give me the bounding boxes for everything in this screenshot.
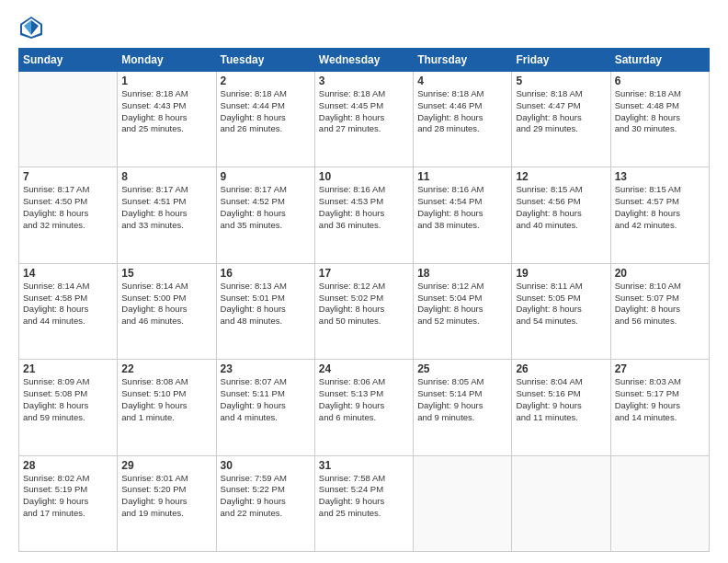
page-header xyxy=(18,15,710,40)
calendar-cell: 27Sunrise: 8:03 AM Sunset: 5:17 PM Dayli… xyxy=(610,360,709,455)
day-number: 21 xyxy=(23,362,113,375)
day-info: Sunrise: 8:14 AM Sunset: 4:58 PM Dayligh… xyxy=(23,281,113,327)
day-info: Sunrise: 8:17 AM Sunset: 4:50 PM Dayligh… xyxy=(23,184,113,231)
day-info: Sunrise: 8:17 AM Sunset: 4:52 PM Dayligh… xyxy=(221,184,311,231)
calendar-cell: 29Sunrise: 8:01 AM Sunset: 5:20 PM Dayli… xyxy=(118,455,216,551)
calendar-cell: 17Sunrise: 8:12 AM Sunset: 5:02 PM Dayli… xyxy=(314,263,413,359)
week-row-4: 21Sunrise: 8:09 AM Sunset: 5:08 PM Dayli… xyxy=(19,360,710,455)
day-number: 17 xyxy=(319,267,409,280)
calendar-cell: 22Sunrise: 8:08 AM Sunset: 5:10 PM Dayli… xyxy=(118,360,216,455)
calendar-cell: 1Sunrise: 8:18 AM Sunset: 4:43 PM Daylig… xyxy=(118,72,216,167)
day-number: 3 xyxy=(319,75,409,87)
calendar-cell: 12Sunrise: 8:15 AM Sunset: 4:56 PM Dayli… xyxy=(512,167,610,263)
week-row-3: 14Sunrise: 8:14 AM Sunset: 4:58 PM Dayli… xyxy=(19,263,710,359)
calendar-cell: 19Sunrise: 8:11 AM Sunset: 5:05 PM Dayli… xyxy=(512,263,610,359)
calendar-cell: 15Sunrise: 8:14 AM Sunset: 5:00 PM Dayli… xyxy=(118,263,216,359)
day-number: 8 xyxy=(121,170,211,183)
calendar-header: SundayMondayTuesdayWednesdayThursdayFrid… xyxy=(19,49,710,72)
calendar-cell: 9Sunrise: 8:17 AM Sunset: 4:52 PM Daylig… xyxy=(216,167,314,263)
day-info: Sunrise: 8:10 AM Sunset: 5:07 PM Dayligh… xyxy=(615,281,705,327)
day-number: 18 xyxy=(417,267,507,280)
day-info: Sunrise: 8:15 AM Sunset: 4:57 PM Dayligh… xyxy=(615,184,705,231)
day-info: Sunrise: 7:59 AM Sunset: 5:22 PM Dayligh… xyxy=(221,473,311,520)
calendar-cell xyxy=(512,455,610,551)
day-info: Sunrise: 8:12 AM Sunset: 5:04 PM Dayligh… xyxy=(417,281,507,327)
day-number: 25 xyxy=(417,362,507,375)
calendar-cell: 6Sunrise: 8:18 AM Sunset: 4:48 PM Daylig… xyxy=(610,72,709,167)
calendar-cell: 3Sunrise: 8:18 AM Sunset: 4:45 PM Daylig… xyxy=(314,72,413,167)
day-info: Sunrise: 8:02 AM Sunset: 5:19 PM Dayligh… xyxy=(23,473,113,520)
header-cell-monday: Monday xyxy=(118,49,216,72)
calendar-cell: 16Sunrise: 8:13 AM Sunset: 5:01 PM Dayli… xyxy=(216,263,314,359)
day-info: Sunrise: 8:09 AM Sunset: 5:08 PM Dayligh… xyxy=(23,376,113,423)
day-number: 6 xyxy=(615,75,705,87)
day-info: Sunrise: 7:58 AM Sunset: 5:24 PM Dayligh… xyxy=(319,473,409,520)
calendar-cell: 26Sunrise: 8:04 AM Sunset: 5:16 PM Dayli… xyxy=(512,360,610,455)
day-info: Sunrise: 8:07 AM Sunset: 5:11 PM Dayligh… xyxy=(221,376,311,423)
day-info: Sunrise: 8:16 AM Sunset: 4:54 PM Dayligh… xyxy=(417,184,507,231)
week-row-1: 1Sunrise: 8:18 AM Sunset: 4:43 PM Daylig… xyxy=(19,72,710,167)
calendar-cell: 8Sunrise: 8:17 AM Sunset: 4:51 PM Daylig… xyxy=(118,167,216,263)
day-number: 20 xyxy=(615,267,705,280)
day-number: 9 xyxy=(221,170,311,183)
day-number: 31 xyxy=(319,459,409,472)
day-number: 2 xyxy=(221,75,311,87)
day-info: Sunrise: 8:11 AM Sunset: 5:05 PM Dayligh… xyxy=(516,281,606,327)
calendar-cell: 25Sunrise: 8:05 AM Sunset: 5:14 PM Dayli… xyxy=(414,360,512,455)
day-info: Sunrise: 8:15 AM Sunset: 4:56 PM Dayligh… xyxy=(516,184,606,231)
day-number: 23 xyxy=(221,362,311,375)
calendar: SundayMondayTuesdayWednesdayThursdayFrid… xyxy=(18,48,710,552)
header-row: SundayMondayTuesdayWednesdayThursdayFrid… xyxy=(19,49,710,72)
calendar-cell xyxy=(414,455,512,551)
calendar-cell: 10Sunrise: 8:16 AM Sunset: 4:53 PM Dayli… xyxy=(314,167,413,263)
day-info: Sunrise: 8:06 AM Sunset: 5:13 PM Dayligh… xyxy=(319,376,409,423)
day-number: 1 xyxy=(121,75,211,87)
calendar-cell: 13Sunrise: 8:15 AM Sunset: 4:57 PM Dayli… xyxy=(610,167,709,263)
day-number: 29 xyxy=(121,459,211,472)
calendar-cell: 21Sunrise: 8:09 AM Sunset: 5:08 PM Dayli… xyxy=(19,360,118,455)
day-number: 13 xyxy=(615,170,705,183)
calendar-cell: 23Sunrise: 8:07 AM Sunset: 5:11 PM Dayli… xyxy=(216,360,314,455)
header-cell-wednesday: Wednesday xyxy=(314,49,413,72)
week-row-2: 7Sunrise: 8:17 AM Sunset: 4:50 PM Daylig… xyxy=(19,167,710,263)
day-number: 10 xyxy=(319,170,409,183)
calendar-cell: 2Sunrise: 8:18 AM Sunset: 4:44 PM Daylig… xyxy=(216,72,314,167)
logo-icon xyxy=(18,15,44,40)
day-info: Sunrise: 8:18 AM Sunset: 4:45 PM Dayligh… xyxy=(319,88,409,135)
day-number: 5 xyxy=(516,75,606,87)
day-number: 7 xyxy=(23,170,113,183)
day-number: 30 xyxy=(221,459,311,472)
calendar-cell xyxy=(610,455,709,551)
calendar-cell: 4Sunrise: 8:18 AM Sunset: 4:46 PM Daylig… xyxy=(414,72,512,167)
day-number: 19 xyxy=(516,267,606,280)
day-info: Sunrise: 8:14 AM Sunset: 5:00 PM Dayligh… xyxy=(121,281,211,327)
header-cell-thursday: Thursday xyxy=(414,49,512,72)
calendar-cell: 14Sunrise: 8:14 AM Sunset: 4:58 PM Dayli… xyxy=(19,263,118,359)
day-number: 28 xyxy=(23,459,113,472)
day-info: Sunrise: 8:12 AM Sunset: 5:02 PM Dayligh… xyxy=(319,281,409,327)
day-number: 22 xyxy=(121,362,211,375)
header-cell-saturday: Saturday xyxy=(610,49,709,72)
calendar-body: 1Sunrise: 8:18 AM Sunset: 4:43 PM Daylig… xyxy=(19,72,710,552)
day-number: 11 xyxy=(417,170,507,183)
day-number: 26 xyxy=(516,362,606,375)
day-info: Sunrise: 8:18 AM Sunset: 4:47 PM Dayligh… xyxy=(516,88,606,135)
logo xyxy=(18,15,48,40)
day-number: 24 xyxy=(319,362,409,375)
header-cell-tuesday: Tuesday xyxy=(216,49,314,72)
day-info: Sunrise: 8:13 AM Sunset: 5:01 PM Dayligh… xyxy=(221,281,311,327)
calendar-cell: 5Sunrise: 8:18 AM Sunset: 4:47 PM Daylig… xyxy=(512,72,610,167)
day-info: Sunrise: 8:08 AM Sunset: 5:10 PM Dayligh… xyxy=(121,376,211,423)
day-info: Sunrise: 8:18 AM Sunset: 4:44 PM Dayligh… xyxy=(221,88,311,135)
day-number: 4 xyxy=(417,75,507,87)
day-info: Sunrise: 8:18 AM Sunset: 4:43 PM Dayligh… xyxy=(121,88,211,135)
calendar-cell: 31Sunrise: 7:58 AM Sunset: 5:24 PM Dayli… xyxy=(314,455,413,551)
day-number: 12 xyxy=(516,170,606,183)
day-number: 27 xyxy=(615,362,705,375)
header-cell-friday: Friday xyxy=(512,49,610,72)
calendar-cell xyxy=(19,72,118,167)
day-info: Sunrise: 8:04 AM Sunset: 5:16 PM Dayligh… xyxy=(516,376,606,423)
day-info: Sunrise: 8:18 AM Sunset: 4:48 PM Dayligh… xyxy=(615,88,705,135)
calendar-cell: 20Sunrise: 8:10 AM Sunset: 5:07 PM Dayli… xyxy=(610,263,709,359)
week-row-5: 28Sunrise: 8:02 AM Sunset: 5:19 PM Dayli… xyxy=(19,455,710,551)
